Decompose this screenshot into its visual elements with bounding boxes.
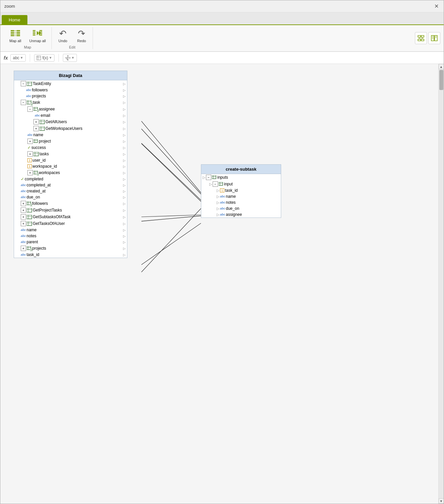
svg-rect-27: [421, 39, 424, 41]
icon-abc-parent: abc: [21, 240, 26, 244]
map-group-label: Map: [24, 45, 31, 49]
label-email: email: [41, 113, 123, 118]
toolbar-map-group: Map all: [4, 27, 52, 49]
toggle-workspaces[interactable]: +: [27, 170, 33, 175]
scroll-track[interactable]: [439, 69, 444, 498]
svg-rect-45: [68, 55, 68, 56]
map-all-button[interactable]: Map all: [6, 27, 24, 45]
layout-btn-1[interactable]: [415, 32, 427, 44]
tree-item-followers1[interactable]: abc followers ▷: [14, 87, 127, 93]
scroll-down-arrow[interactable]: ▼: [439, 498, 444, 504]
svg-rect-80: [27, 208, 32, 212]
icon-num-userid: 1: [27, 158, 32, 162]
scroll-thumb[interactable]: [439, 70, 443, 90]
toggle-getworkspaceusers[interactable]: +: [33, 126, 39, 131]
fx-label: fx: [4, 55, 8, 61]
canvas-area: Bizagi Data − TaskEntity ▷ abc followers: [0, 64, 444, 504]
svg-rect-96: [219, 182, 223, 185]
undo-button[interactable]: ↶ Undo: [54, 27, 71, 45]
tree-item-notes[interactable]: abc notes ▷: [14, 233, 127, 239]
tree-item-getsubtasksofatask[interactable]: + GetSubtasksOfATask ▷: [14, 214, 127, 220]
layout-btn-2[interactable]: [428, 32, 440, 44]
toggle-project[interactable]: +: [27, 139, 33, 144]
close-button[interactable]: ✕: [433, 3, 440, 10]
redo-button[interactable]: ↷ Redo: [73, 27, 90, 45]
tab-home[interactable]: Home: [2, 15, 27, 24]
tree-item-assignee-r[interactable]: ▷ abc assignee: [201, 212, 281, 218]
tree-item-user-id[interactable]: 1 user_id ▷: [14, 157, 127, 163]
tree-item-assignee[interactable]: − assignee ▷: [14, 106, 127, 112]
tree-item-notes-r[interactable]: ▷ abc notes: [201, 199, 281, 205]
settings-dropdown[interactable]: ▼: [63, 54, 77, 62]
label-created-at: created_at: [27, 189, 123, 193]
tree-item-name1[interactable]: abc name ▷: [14, 132, 127, 138]
tree-item-followers2[interactable]: + followers ▷: [14, 200, 127, 207]
format-dropdown[interactable]: f f(x) ▼: [34, 54, 54, 62]
tree-item-due-on-r[interactable]: ▷ abc due_on: [201, 205, 281, 212]
toolbar-edit-buttons: ↶ Undo ↷ Redo: [54, 27, 90, 45]
toggle-taskentity[interactable]: −: [21, 81, 26, 86]
tree-item-project[interactable]: + project ▷: [14, 138, 127, 145]
icon-abc-dueon: abc: [21, 195, 26, 199]
label-assignee-r: assignee: [226, 212, 280, 217]
tree-item-workspace-id[interactable]: 1 workspace_id ▷: [14, 163, 127, 169]
svg-rect-2: [11, 33, 14, 34]
tree-item-projects1[interactable]: abc projects ▷: [14, 93, 127, 99]
arrow-workspace-id: ▷: [123, 165, 126, 168]
tree-item-gettasksofauser[interactable]: + GetTasksOfAUser ▷: [14, 220, 127, 227]
toggle-getallusers[interactable]: +: [33, 119, 39, 124]
tree-item-success[interactable]: ✓ success ▷: [14, 145, 127, 151]
tree-item-completed[interactable]: ✓ completed ▷: [14, 176, 127, 182]
toggle-followers2[interactable]: +: [21, 201, 26, 206]
svg-line-101: [141, 215, 201, 217]
toggle-getprojecttasks[interactable]: +: [21, 207, 26, 213]
tree-item-getprojecttasks[interactable]: + GetProjectTasks ▷: [14, 207, 127, 214]
icon-check-completed: ✓: [21, 177, 24, 181]
arrow-getallusers: ▷: [123, 120, 126, 124]
svg-rect-5: [17, 32, 20, 33]
toggle-tasks[interactable]: +: [27, 151, 33, 157]
tree-item-inputs[interactable]: ▷ − inputs: [201, 174, 281, 181]
icon-abc-name-r: abc: [220, 195, 225, 198]
tree-item-due-on[interactable]: abc due_on ▷: [14, 194, 127, 200]
svg-rect-83: [27, 215, 32, 219]
tree-item-name-r[interactable]: ▷ abc name: [201, 193, 281, 199]
tree-item-tasks[interactable]: + tasks ▷: [14, 151, 127, 157]
tree-item-task-id[interactable]: abc task_id ▷: [14, 252, 127, 258]
label-due-on-r: due_on: [226, 206, 280, 211]
toggle-getsubtasksofatask[interactable]: +: [21, 214, 26, 220]
unmap-all-button[interactable]: Unmap all: [26, 27, 49, 45]
toggle-input[interactable]: −: [213, 181, 218, 187]
label-workspace-id: workspace_id: [32, 164, 123, 169]
tree-item-created-at[interactable]: abc created_at ▷: [14, 188, 127, 194]
label-projects2: projects: [32, 246, 123, 251]
tree-item-projects2[interactable]: + projects ▷: [14, 245, 127, 252]
arrow-task: ▷: [123, 101, 126, 104]
icon-num-workspaceid: 1: [27, 164, 32, 168]
toggle-inputs[interactable]: −: [206, 175, 211, 180]
svg-rect-23: [421, 35, 424, 37]
tree-item-workspaces[interactable]: + workspaces ▷: [14, 169, 127, 176]
toggle-task[interactable]: −: [21, 100, 26, 105]
svg-line-104: [141, 216, 201, 221]
type-dropdown[interactable]: abc ▼: [10, 54, 25, 62]
subtask-panel: create-subtask ▷ − inputs ▷ −: [201, 164, 281, 218]
tree-item-getallusers[interactable]: + GetAllUsers ▷: [14, 118, 127, 125]
svg-rect-13: [33, 32, 35, 33]
tree-item-getworkspaceusers[interactable]: + GetWorkspaceUsers ▷: [14, 125, 127, 132]
toggle-gettasksofauser[interactable]: +: [21, 221, 26, 226]
toggle-projects2[interactable]: +: [21, 246, 26, 251]
toggle-assignee[interactable]: −: [27, 106, 33, 112]
tree-item-taskentity[interactable]: − TaskEntity ▷: [14, 80, 127, 87]
tree-item-task[interactable]: − task ▷: [14, 99, 127, 106]
tree-item-parent[interactable]: abc parent ▷: [14, 239, 127, 245]
tree-item-input[interactable]: ▷ − input: [201, 181, 281, 187]
tree-item-task-id-r[interactable]: ▷ 1 task_id: [201, 187, 281, 193]
tree-item-email[interactable]: abc email ▷: [14, 112, 127, 118]
arrow-task-id: ▷: [123, 253, 126, 257]
svg-rect-66: [33, 139, 37, 143]
tree-item-completed-at[interactable]: abc completed_at ▷: [14, 182, 127, 188]
tree-item-name2[interactable]: abc name ▷: [14, 227, 127, 233]
svg-rect-6: [17, 33, 20, 34]
scroll-up-arrow[interactable]: ▲: [439, 64, 444, 69]
